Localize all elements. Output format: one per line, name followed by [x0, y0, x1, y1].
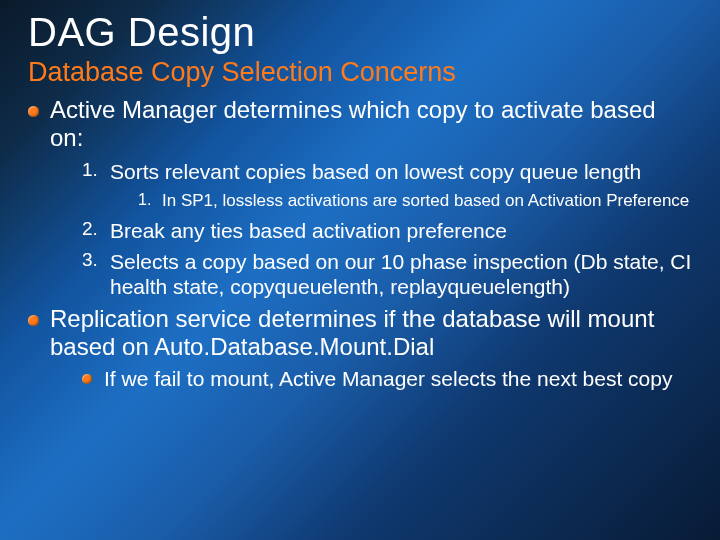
- sub-bullet-list: If we fail to mount, Active Manager sele…: [50, 366, 692, 391]
- bullet-icon: [28, 315, 39, 326]
- list-item: 2. Break any ties based activation prefe…: [82, 218, 692, 243]
- list-number: 1.: [138, 190, 151, 210]
- slide-subtitle: Database Copy Selection Concerns: [28, 57, 692, 88]
- list-text: In SP1, lossless activations are sorted …: [162, 191, 689, 210]
- bullet-text: Replication service determines if the da…: [50, 305, 692, 360]
- list-item: If we fail to mount, Active Manager sele…: [82, 366, 692, 391]
- list-item: Active Manager determines which copy to …: [28, 96, 692, 299]
- list-item: 1. In SP1, lossless activations are sort…: [138, 190, 692, 211]
- sub-numbered-list: 1. In SP1, lossless activations are sort…: [110, 190, 692, 211]
- list-item: 3. Selects a copy based on our 10 phase …: [82, 249, 692, 299]
- slide: DAG Design Database Copy Selection Conce…: [0, 0, 720, 540]
- list-text: Sorts relevant copies based on lowest co…: [110, 160, 641, 183]
- bullet-icon: [28, 106, 39, 117]
- list-text: Break any ties based activation preferen…: [110, 219, 507, 242]
- list-number: 2.: [82, 218, 98, 241]
- list-item: Replication service determines if the da…: [28, 305, 692, 391]
- list-item: 1. Sorts relevant copies based on lowest…: [82, 159, 692, 211]
- bullet-text: Active Manager determines which copy to …: [50, 96, 692, 151]
- list-number: 3.: [82, 249, 98, 272]
- list-number: 1.: [82, 159, 98, 182]
- list-text: Selects a copy based on our 10 phase ins…: [110, 250, 691, 298]
- numbered-list: 1. Sorts relevant copies based on lowest…: [50, 159, 692, 299]
- list-text: If we fail to mount, Active Manager sele…: [104, 367, 672, 390]
- slide-title: DAG Design: [28, 10, 692, 55]
- bullet-list: Active Manager determines which copy to …: [28, 96, 692, 392]
- bullet-icon: [82, 374, 92, 384]
